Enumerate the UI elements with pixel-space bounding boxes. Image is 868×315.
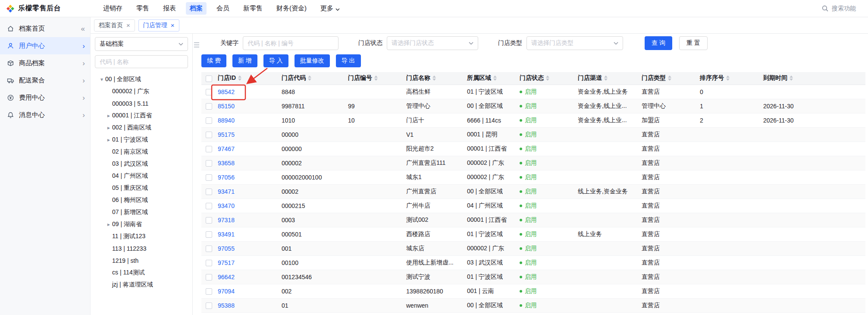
caret-icon[interactable]: ▾: [98, 76, 105, 82]
add-button[interactable]: 新 增: [232, 54, 257, 67]
column-header[interactable]: 门店ID: [216, 72, 280, 85]
topnav-item[interactable]: 财务(资金): [273, 2, 310, 15]
store-id-link[interactable]: 98542: [218, 88, 235, 95]
sort-icon[interactable]: [668, 76, 671, 81]
store-id-link[interactable]: 93471: [218, 188, 235, 195]
reset-button[interactable]: 重 置: [679, 36, 708, 50]
table-row[interactable]: 88940 1010 10 门店十 6666 | 114cs 启用 资金业务,线…: [201, 113, 865, 127]
row-checkbox[interactable]: [206, 217, 212, 224]
tree-node[interactable]: 03 | 武汉区域: [95, 158, 188, 170]
chevron-right-icon[interactable]: ›: [82, 111, 85, 119]
sort-icon[interactable]: [374, 76, 378, 81]
row-checkbox[interactable]: [206, 274, 212, 280]
store-id-link[interactable]: 95175: [218, 131, 235, 138]
store-type-select[interactable]: 请选择门店类型: [526, 36, 623, 50]
tree-node[interactable]: 1219 | sth: [95, 255, 188, 267]
column-header[interactable]: 到期时间: [761, 72, 865, 85]
topnav-item[interactable]: 零售: [132, 2, 153, 15]
topnav-item[interactable]: 更多: [316, 2, 344, 15]
content-tab[interactable]: 门店管理 ×: [138, 19, 179, 32]
chevron-right-icon[interactable]: ›: [82, 94, 85, 101]
row-checkbox[interactable]: [206, 89, 212, 95]
store-status-select[interactable]: 请选择门店状态: [387, 36, 478, 50]
table-row[interactable]: 97318 0003 测试002 00001 | 江西省 启用 直营店: [201, 213, 865, 227]
store-id-link[interactable]: 97467: [218, 145, 235, 152]
caret-icon[interactable]: ▸: [105, 221, 112, 227]
table-row[interactable]: 96642 001234546 测试宁波 01 | 宁波区域 启用 直营店: [201, 270, 865, 284]
store-id-link[interactable]: 97517: [218, 259, 235, 266]
store-id-link[interactable]: 88940: [218, 117, 235, 124]
sidebar-item[interactable]: 消息中心 ›: [0, 106, 90, 123]
row-checkbox[interactable]: [206, 132, 212, 138]
store-id-link[interactable]: 97056: [218, 174, 235, 181]
table-row[interactable]: 95175 00000 V1 0001 | 昆明 启用 直营店: [201, 127, 865, 142]
sidebar-item[interactable]: 配送聚合 ›: [0, 72, 90, 89]
column-header[interactable]: 门店名称: [404, 72, 465, 85]
import-button[interactable]: 导 入: [263, 54, 288, 67]
column-header[interactable]: 门店编号: [346, 72, 404, 85]
row-checkbox[interactable]: [206, 246, 212, 252]
sidebar-item[interactable]: 用户中心 ›: [0, 37, 90, 54]
sort-icon[interactable]: [604, 76, 608, 81]
tree-node[interactable]: cs | 114测试: [95, 267, 188, 279]
row-checkbox[interactable]: [206, 117, 212, 124]
tree-node[interactable]: ▸ 00001 | 江西省: [95, 110, 188, 122]
store-id-link[interactable]: 97318: [218, 217, 235, 224]
chevron-right-icon[interactable]: ›: [82, 60, 85, 67]
row-checkbox[interactable]: [206, 160, 212, 167]
store-id-link[interactable]: 97094: [218, 288, 235, 295]
tree-node[interactable]: ▸ 09 | 湖南省: [95, 218, 188, 230]
row-checkbox[interactable]: [206, 288, 212, 295]
column-header[interactable]: 门店类型: [640, 72, 698, 85]
table-row[interactable]: 97094 002 13988260180 001 | 云南 启用 直营店: [201, 284, 865, 298]
column-header[interactable]: 门店代码: [280, 72, 346, 85]
sort-icon[interactable]: [432, 76, 436, 81]
tree-node[interactable]: ▸ 002 | 西南区域: [95, 122, 188, 134]
sort-icon[interactable]: [790, 76, 793, 81]
tree-node[interactable]: ▾ 00 | 全部区域: [95, 73, 188, 85]
row-checkbox[interactable]: [206, 189, 212, 195]
topnav-item[interactable]: 新零售: [239, 2, 266, 15]
tree-node[interactable]: 000003 | 5.11: [95, 98, 188, 110]
table-row[interactable]: 97467 000000 阳光超市2 00001 | 江西省 启用 直营店: [201, 142, 865, 156]
tree-node[interactable]: 000002 | 广东: [95, 85, 188, 98]
tree-node[interactable]: 07 | 新增区域: [95, 206, 188, 218]
sidebar-item[interactable]: 商品档案 ›: [0, 54, 90, 72]
keyword-input[interactable]: [243, 36, 338, 50]
row-checkbox[interactable]: [206, 260, 212, 266]
sidebar-item[interactable]: 档案首页 «: [0, 20, 90, 37]
column-header[interactable]: 门店渠道: [576, 72, 640, 85]
close-icon[interactable]: ×: [171, 22, 175, 28]
table-row[interactable]: 93491 000501 西楼路店 01 | 宁波区域 启用 线上业务 直营店: [201, 227, 865, 241]
column-header[interactable]: 排序序号: [698, 72, 761, 85]
sort-icon[interactable]: [238, 76, 241, 81]
table-row[interactable]: 93470 0000215 广州牛店 04 | 广州区域 启用 直营店: [201, 198, 865, 213]
batch-edit-button[interactable]: 批量修改: [295, 54, 330, 67]
sidebar-item[interactable]: 费用中心 ›: [0, 89, 90, 106]
table-row[interactable]: 95388 01 wenwen 00 | 全部区域 启用 直营店: [201, 298, 865, 312]
table-row[interactable]: 93658 000002 广州直营店111 000002 | 广东 启用 直营店: [201, 156, 865, 170]
content-tab[interactable]: 档案首页 ×: [94, 19, 135, 32]
sort-icon[interactable]: [493, 76, 497, 81]
row-checkbox[interactable]: [206, 203, 212, 209]
sort-icon[interactable]: [726, 76, 730, 81]
table-row[interactable]: 97056 000002000100 城东1 000002 | 广东 启用 直营…: [201, 170, 865, 184]
caret-icon[interactable]: ▸: [105, 113, 112, 119]
global-search[interactable]: 搜索功能: [821, 5, 856, 13]
select-all-checkbox[interactable]: [206, 76, 212, 82]
row-checkbox[interactable]: [206, 103, 212, 110]
tree-node[interactable]: 05 | 重庆区域: [95, 182, 188, 194]
row-checkbox[interactable]: [206, 231, 212, 238]
row-checkbox[interactable]: [206, 146, 212, 152]
tree-node[interactable]: 113 | 112233: [95, 243, 188, 255]
renew-button[interactable]: 续 费: [201, 54, 226, 67]
row-checkbox[interactable]: [206, 302, 212, 309]
splitter-handle[interactable]: [194, 42, 199, 47]
caret-icon[interactable]: ▸: [105, 125, 112, 131]
tree-search-input[interactable]: [95, 55, 188, 68]
column-header[interactable]: 所属区域: [465, 72, 518, 85]
close-icon[interactable]: ×: [126, 22, 130, 28]
store-id-link[interactable]: 93658: [218, 160, 235, 167]
table-row[interactable]: 93471 00002 广州直营店 00 | 全部区域 启用 线上业务,资金业务…: [201, 184, 865, 198]
topnav-item[interactable]: 档案: [186, 2, 207, 15]
